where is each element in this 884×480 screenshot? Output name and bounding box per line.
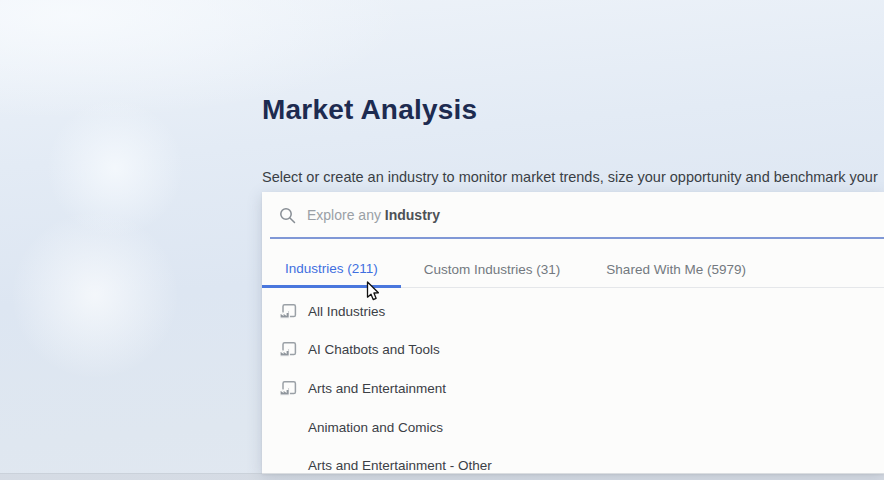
- industry-icon: [278, 302, 297, 321]
- industry-explorer-panel: Explore any Industry Industries (211) Cu…: [262, 192, 884, 474]
- list-item-all-industries[interactable]: All Industries: [262, 292, 884, 331]
- panel-bottom-edge: [0, 473, 884, 480]
- list-item-ai-chatbots-and-tools[interactable]: AI Chatbots and Tools: [262, 331, 884, 370]
- industry-tabs: Industries (211) Custom Industries (31) …: [262, 239, 884, 288]
- search-placeholder: Explore any Industry: [307, 192, 440, 239]
- search-icon: [279, 207, 296, 224]
- list-item-animation-and-comics[interactable]: Animation and Comics: [262, 408, 884, 447]
- industry-list: All Industries AI Chatbots and Tools Art…: [262, 288, 884, 474]
- mouse-cursor-icon: [366, 281, 380, 302]
- list-item-arts-and-entertainment[interactable]: Arts and Entertainment: [262, 369, 884, 408]
- page-title: Market Analysis: [262, 92, 477, 128]
- industry-icon: [278, 379, 297, 398]
- list-item-arts-and-entertainment-other[interactable]: Arts and Entertainment - Other: [262, 446, 884, 474]
- market-analysis-screen: Market Analysis Select or create an indu…: [0, 0, 884, 480]
- industry-icon: [278, 340, 297, 359]
- tab-custom-industries[interactable]: Custom Industries (31): [401, 239, 584, 288]
- tab-shared-with-me[interactable]: Shared With Me (5979): [583, 239, 769, 288]
- industry-search-input[interactable]: Explore any Industry: [262, 192, 884, 239]
- page-subtitle: Select or create an industry to monitor …: [262, 168, 884, 187]
